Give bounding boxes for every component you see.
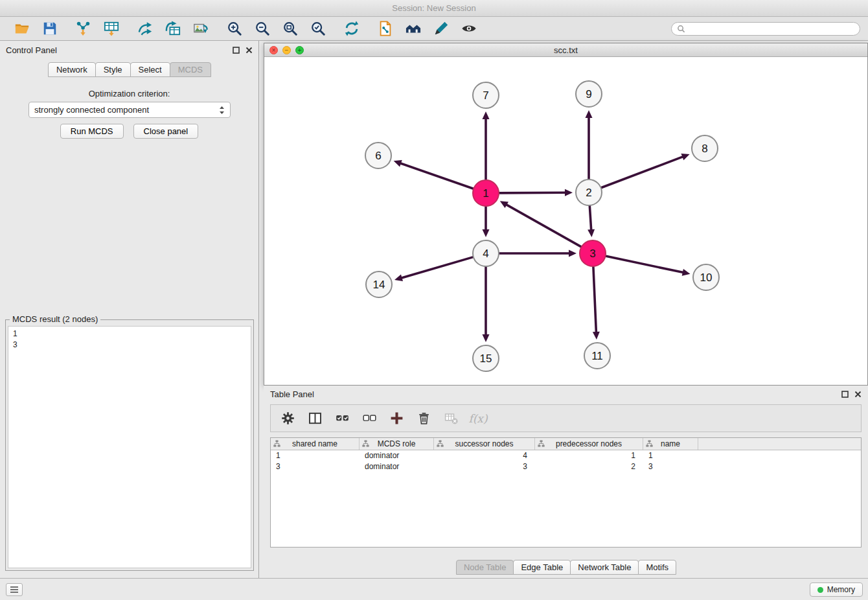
table-cell[interactable]: 3 <box>434 461 535 472</box>
memory-button[interactable]: Memory <box>810 583 863 597</box>
tab-network[interactable]: Network <box>48 62 96 77</box>
zoom-out-icon[interactable] <box>254 20 271 37</box>
edge-3-11[interactable] <box>593 267 596 332</box>
graph-node-9[interactable]: 9 <box>576 81 602 107</box>
table-row[interactable]: 1dominator411 <box>271 450 861 461</box>
graph-node-11[interactable]: 11 <box>584 343 610 369</box>
tab-style[interactable]: Style <box>95 62 131 77</box>
annotations-icon[interactable] <box>433 20 450 37</box>
edge-3-10[interactable] <box>606 256 683 272</box>
graph-node-3[interactable]: 3 <box>580 240 606 266</box>
graph-node-15[interactable]: 15 <box>473 345 499 371</box>
graph-node-7[interactable]: 7 <box>473 82 499 108</box>
svg-text:10: 10 <box>700 271 713 284</box>
export-network-icon[interactable] <box>137 20 154 37</box>
column-header-shared-name[interactable]: shared name <box>271 438 360 450</box>
close-panel-button[interactable]: Close panel <box>133 124 199 139</box>
table-cell[interactable]: 1 <box>535 450 643 461</box>
search-input[interactable] <box>671 22 860 36</box>
run-mcds-button[interactable]: Run MCDS <box>60 124 124 139</box>
edge-3-1[interactable] <box>507 205 580 247</box>
copy-style-icon[interactable] <box>377 20 394 37</box>
open-file-icon[interactable] <box>14 20 30 37</box>
edge-2-3[interactable] <box>589 206 591 229</box>
zoom-in-icon[interactable] <box>226 20 243 37</box>
graph-node-10[interactable]: 10 <box>693 264 719 290</box>
mcds-result-title: MCDS result (2 nodes) <box>10 314 100 324</box>
close-panel-icon[interactable] <box>246 47 253 54</box>
refresh-layout-icon[interactable] <box>343 20 360 37</box>
column-header-successor-nodes[interactable]: successor nodes <box>434 438 535 450</box>
table-cell[interactable]: 4 <box>434 450 535 461</box>
maximize-window-icon[interactable] <box>295 46 304 54</box>
main-toolbar <box>0 17 868 41</box>
edge-arrow-icon <box>483 334 490 342</box>
tab-node-table[interactable]: Node Table <box>456 560 514 575</box>
export-table-icon[interactable] <box>165 20 181 37</box>
table-cell[interactable]: dominator <box>360 461 434 472</box>
zoom-selected-icon[interactable] <box>310 20 326 37</box>
delete-table-icon[interactable] <box>442 410 459 427</box>
columns-layout-icon[interactable] <box>306 410 323 427</box>
zoom-fit-icon[interactable] <box>282 20 299 37</box>
table-cell[interactable]: dominator <box>360 450 434 461</box>
control-panel-tabs: NetworkStyleSelectMCDS <box>0 62 258 77</box>
table-cell[interactable]: 1 <box>643 450 698 461</box>
delete-column-icon[interactable] <box>415 410 432 427</box>
edge-2-8[interactable] <box>602 157 683 187</box>
table-cell[interactable]: 2 <box>535 461 643 472</box>
search-icon <box>677 25 685 35</box>
import-table-icon[interactable] <box>103 20 120 37</box>
import-network-icon[interactable] <box>75 20 92 37</box>
float-panel-icon[interactable] <box>233 47 240 54</box>
toolbar-group <box>369 20 486 37</box>
close-table-panel-icon[interactable] <box>854 391 862 398</box>
graph-node-2[interactable]: 2 <box>576 179 602 205</box>
panel-menu-button[interactable] <box>6 583 23 596</box>
table-cell[interactable]: 3 <box>643 461 698 472</box>
close-window-icon[interactable] <box>269 46 278 54</box>
table-cell[interactable]: 3 <box>271 461 360 472</box>
svg-text:8: 8 <box>702 143 707 155</box>
float-table-panel-icon[interactable] <box>841 391 849 398</box>
column-header-label: name <box>661 439 680 448</box>
edge-1-2[interactable] <box>499 192 565 193</box>
add-column-icon[interactable] <box>388 410 405 427</box>
graph-node-6[interactable]: 6 <box>365 143 391 168</box>
toolbar-group <box>67 20 128 37</box>
network-view-window: scc.txt 7968124314101511 <box>264 43 868 386</box>
graph-node-4[interactable]: 4 <box>473 240 499 266</box>
graph-node-8[interactable]: 8 <box>692 135 718 161</box>
function-builder-icon[interactable]: f(x) <box>470 410 486 427</box>
tab-network-table[interactable]: Network Table <box>570 560 639 575</box>
tab-select[interactable]: Select <box>130 62 170 77</box>
show-hide-icon[interactable] <box>461 20 477 37</box>
select-all-icon[interactable] <box>334 410 350 427</box>
graph-node-1[interactable]: 1 <box>473 180 499 206</box>
edge-1-6[interactable] <box>401 163 473 189</box>
edge-4-14[interactable] <box>402 257 473 278</box>
network-canvas[interactable]: 7968124314101511 <box>264 57 867 385</box>
deselect-all-icon[interactable] <box>361 410 378 427</box>
tab-mcds[interactable]: MCDS <box>170 62 211 77</box>
criterion-select[interactable]: strongly connected component <box>29 102 231 118</box>
minimize-window-icon[interactable] <box>282 46 291 54</box>
column-header-name[interactable]: name <box>643 438 698 450</box>
tab-edge-table[interactable]: Edge Table <box>513 560 571 575</box>
column-header-label: successor nodes <box>455 439 513 448</box>
first-neighbors-icon[interactable] <box>405 20 422 37</box>
mcds-result-group: MCDS result (2 nodes) 13 <box>5 319 254 571</box>
edge-arrow-icon <box>586 110 593 118</box>
table-row[interactable]: 3dominator323 <box>271 461 861 472</box>
tab-motifs[interactable]: Motifs <box>638 560 676 575</box>
table-cell[interactable]: 1 <box>271 450 360 461</box>
column-header-mcds-role[interactable]: MCDS role <box>360 438 434 450</box>
mcds-result-list[interactable]: 13 <box>8 326 251 568</box>
table-body: 1dominator4113dominator323 <box>271 450 861 472</box>
export-image-icon[interactable] <box>192 20 209 37</box>
graph-node-14[interactable]: 14 <box>366 271 392 297</box>
column-header-predecessor-nodes[interactable]: predecessor nodes <box>535 438 643 450</box>
network-window-title: scc.txt <box>554 45 578 55</box>
settings-gear-icon[interactable] <box>279 410 296 427</box>
save-file-icon[interactable] <box>41 20 58 37</box>
